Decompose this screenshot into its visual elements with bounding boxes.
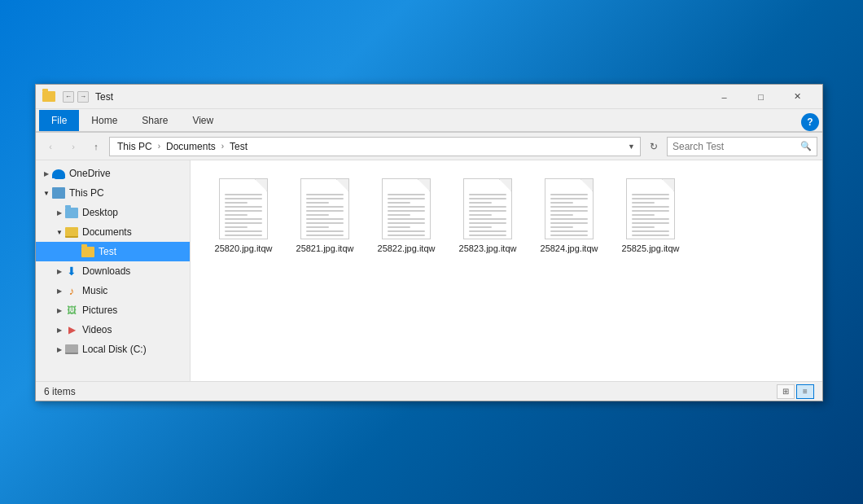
thispc-icon [52, 186, 65, 199]
file-line [469, 234, 506, 236]
expand-arrow-pictures[interactable]: ▶ [54, 305, 65, 316]
ribbon-tabs: File Home Share View ? [36, 109, 822, 132]
tab-share[interactable]: Share [129, 110, 180, 131]
quick-access-icon-2[interactable]: → [77, 91, 89, 103]
expand-arrow-desktop[interactable]: ▶ [54, 207, 65, 218]
close-button[interactable]: ✕ [779, 85, 816, 109]
grid-view-button[interactable]: ⊞ [777, 384, 795, 399]
file-name-label: 25825.jpg.itqw [622, 243, 680, 254]
file-line [225, 194, 262, 195]
path-part-documents[interactable]: Documents [164, 139, 218, 154]
file-explorer-window: ← → Test – □ ✕ File Home Share View ? ‹ … [35, 84, 823, 401]
file-line [306, 194, 344, 195]
sidebar-item-onedrive[interactable]: ▶ OneDrive [36, 164, 190, 183]
file-area: 25820.jpg.itqw25821.jpg.itqw25822.jpg.it… [191, 160, 822, 381]
tab-home[interactable]: Home [79, 110, 129, 131]
file-line [469, 226, 492, 228]
refresh-button[interactable]: ↻ [644, 137, 664, 156]
sidebar-item-pictures[interactable]: ▶ 🖼 Pictures [36, 300, 190, 320]
file-line [550, 222, 588, 224]
expand-arrow-localdisk[interactable]: ▶ [54, 344, 65, 355]
search-input[interactable] [672, 141, 800, 152]
maximize-button[interactable]: □ [743, 85, 779, 109]
path-part-thispc[interactable]: This PC [115, 139, 155, 154]
documents-icon [65, 226, 78, 239]
file-line [388, 194, 425, 195]
title-bar-icons: ← → [42, 90, 89, 103]
file-content-lines [225, 194, 262, 239]
search-icon[interactable]: 🔍 [800, 141, 812, 151]
file-item[interactable]: 25821.jpg.itqw [288, 173, 361, 259]
window-title: Test [95, 91, 706, 103]
file-line [388, 226, 410, 228]
address-path[interactable]: This PC › Documents › Test ▼ [109, 137, 641, 156]
file-line [306, 222, 344, 224]
file-corner-fold [336, 179, 348, 191]
sidebar-item-localdisk[interactable]: ▶ Local Disk (C:) [36, 340, 190, 359]
file-item[interactable]: 25823.jpg.itqw [451, 173, 524, 259]
test-folder-icon [81, 245, 94, 258]
file-thumbnail [626, 178, 675, 239]
view-buttons: ⊞ ≡ [777, 384, 814, 399]
sidebar-item-music[interactable]: ▶ ♪ Music [36, 281, 190, 300]
file-name-label: 25824.jpg.itqw [541, 243, 598, 254]
expand-arrow-documents[interactable]: ▼ [54, 226, 65, 238]
file-line [632, 206, 669, 208]
path-part-test[interactable]: Test [227, 139, 250, 154]
sidebar-item-videos[interactable]: ▶ ▶ Videos [36, 320, 190, 340]
sidebar-item-thispc[interactable]: ▼ This PC [36, 183, 190, 203]
downloads-icon: ⬇ [65, 265, 78, 278]
file-line [388, 234, 425, 236]
help-button[interactable]: ? [801, 113, 819, 131]
file-line [632, 239, 655, 239]
file-line [550, 226, 573, 228]
file-line [469, 194, 506, 195]
file-line [550, 239, 573, 239]
back-button[interactable]: ‹ [41, 137, 60, 156]
file-content-lines [469, 194, 506, 239]
search-box[interactable]: 🔍 [667, 137, 817, 156]
tab-file[interactable]: File [39, 110, 79, 131]
music-icon: ♪ [65, 284, 78, 297]
expand-arrow-videos[interactable]: ▶ [54, 324, 65, 335]
tab-view[interactable]: View [180, 110, 226, 131]
sidebar-item-downloads[interactable]: ▶ ⬇ Downloads [36, 261, 190, 281]
up-button[interactable]: ↑ [86, 137, 106, 156]
file-line [306, 198, 344, 199]
file-item[interactable]: 25822.jpg.itqw [370, 173, 443, 259]
path-dropdown-arrow[interactable]: ▼ [628, 142, 635, 151]
sidebar-item-test[interactable]: Test [36, 242, 190, 261]
path-sep-2: › [221, 142, 224, 151]
expand-arrow-onedrive[interactable]: ▶ [41, 168, 52, 179]
sidebar-label-music: Music [82, 285, 107, 296]
main-area: ▶ OneDrive ▼ This PC ▶ Deskto [36, 160, 822, 381]
file-line [388, 206, 425, 208]
sidebar-label-onedrive: OneDrive [69, 168, 111, 179]
file-line [469, 239, 492, 239]
path-sep-1: › [158, 142, 160, 151]
file-line [469, 214, 492, 216]
expand-arrow-downloads[interactable]: ▶ [54, 265, 65, 277]
file-line [225, 218, 262, 220]
sidebar-item-documents[interactable]: ▼ Documents [36, 222, 190, 242]
file-line [469, 218, 506, 220]
file-line [225, 206, 262, 208]
expand-arrow-thispc[interactable]: ▼ [41, 187, 52, 199]
file-line [469, 206, 506, 208]
file-line [225, 239, 248, 239]
file-line [469, 210, 506, 212]
expand-arrow-music[interactable]: ▶ [54, 285, 65, 296]
sidebar-item-desktop[interactable]: ▶ Desktop [36, 203, 190, 222]
list-view-button[interactable]: ≡ [796, 384, 814, 399]
quick-access-icon-1[interactable]: ← [63, 91, 74, 103]
file-name-label: 25821.jpg.itqw [296, 243, 354, 254]
file-line [550, 214, 573, 216]
file-item[interactable]: 25825.jpg.itqw [614, 173, 687, 259]
file-line [388, 218, 425, 220]
file-item[interactable]: 25824.jpg.itqw [532, 173, 606, 259]
file-name-label: 25822.jpg.itqw [378, 243, 436, 254]
forward-button[interactable]: › [64, 137, 83, 156]
onedrive-icon [52, 167, 65, 180]
file-item[interactable]: 25820.jpg.itqw [207, 173, 280, 259]
minimize-button[interactable]: – [706, 85, 743, 109]
